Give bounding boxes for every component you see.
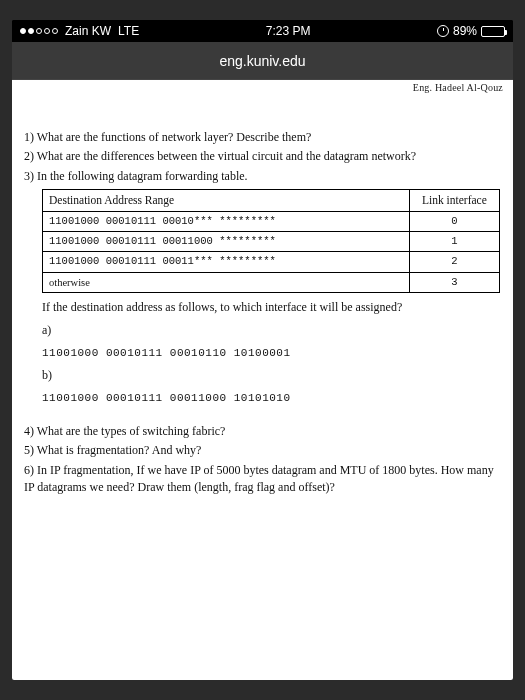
battery-icon (481, 26, 505, 37)
page-content[interactable]: Eng. Hadeel Al-Qouz 1) What are the func… (12, 80, 513, 680)
table-row: otherwise 3 (43, 272, 500, 292)
status-bar: Zain KW LTE 7:23 PM 89% (12, 20, 513, 42)
sub-b-value: 11001000 00010111 00011000 10101010 (42, 391, 501, 407)
alarm-icon (437, 25, 449, 37)
question-1: 1) What are the functions of network lay… (24, 129, 501, 146)
follow-up-prompt: If the destination address as follows, t… (42, 299, 501, 316)
table-row: 11001000 00010111 00011000 ********* 1 (43, 232, 500, 252)
browser-address-bar[interactable]: eng.kuniv.edu (12, 42, 513, 80)
signal-dots-icon (20, 28, 58, 34)
status-left: Zain KW LTE (20, 24, 139, 38)
forwarding-table: Destination Address Range Link interface… (42, 189, 500, 293)
table-row: 11001000 00010111 00010*** ********* 0 (43, 211, 500, 231)
screen: Zain KW LTE 7:23 PM 89% eng.kuniv.edu En… (12, 20, 513, 680)
col-range: Destination Address Range (43, 190, 410, 212)
question-3: 3) In the following datagram forwarding … (24, 168, 501, 185)
page-host: eng.kuniv.edu (219, 53, 305, 69)
table-header-row: Destination Address Range Link interface (43, 190, 500, 212)
col-iface: Link interface (409, 190, 499, 212)
doc-author-partial: Eng. Hadeel Al-Qouz (12, 80, 513, 93)
sub-a-value: 11001000 00010111 00010110 10100001 (42, 346, 501, 362)
question-6: 6) In IP fragmentation, If we have IP of… (24, 462, 501, 497)
document-body: 1) What are the functions of network lay… (12, 123, 513, 508)
table-row: 11001000 00010111 00011*** ********* 2 (43, 252, 500, 272)
clock-label: 7:23 PM (266, 24, 311, 38)
battery-percent: 89% (453, 24, 477, 38)
phone-frame: Zain KW LTE 7:23 PM 89% eng.kuniv.edu En… (0, 0, 525, 700)
network-label: LTE (118, 24, 139, 38)
sub-a-label: a) (42, 322, 501, 339)
question-4: 4) What are the types of switching fabri… (24, 423, 501, 440)
carrier-label: Zain KW (65, 24, 111, 38)
question-2: 2) What are the differences between the … (24, 148, 501, 165)
question-5: 5) What is fragmentation? And why? (24, 442, 501, 459)
status-right: 89% (437, 24, 505, 38)
sub-b-label: b) (42, 367, 501, 384)
